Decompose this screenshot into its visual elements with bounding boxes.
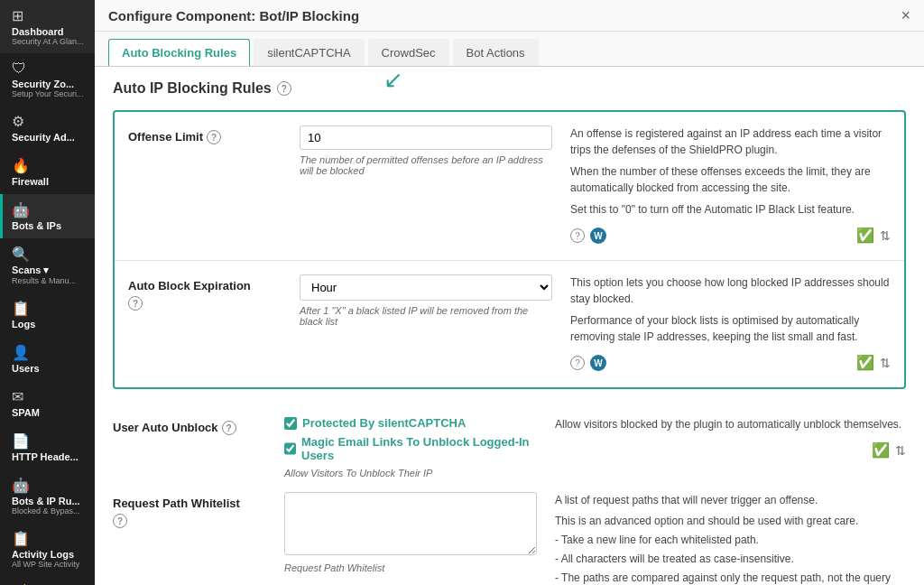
magic-email-links-checkbox[interactable] <box>284 442 296 455</box>
protected-silentcaptcha-checkbox[interactable] <box>284 417 297 430</box>
sidebar-item-security-admin[interactable]: ⚙ Security Ad... <box>0 106 95 150</box>
sidebar-item-bots-ip-rules[interactable]: 🤖 Bots & IP Ru... Blocked & Bypas... <box>0 469 95 523</box>
sidebar-item-security-zones[interactable]: 🛡 Security Zo... Setup Your Securi... <box>0 53 95 106</box>
user-auto-unblock-help-icon[interactable]: ? <box>222 421 236 435</box>
offense-help-icon2[interactable]: ? <box>570 228 585 243</box>
auto-block-desc-main: This option lets you choose how long blo… <box>570 274 891 307</box>
sidebar-item-label: Activity Logs <box>12 549 86 560</box>
offense-limit-note: The number of permitted offenses before … <box>300 154 552 176</box>
auto-block-wp-icon[interactable]: W <box>590 355 606 371</box>
http-icon: 📄 <box>12 432 86 450</box>
offense-sort-icon[interactable]: ⇅ <box>880 227 891 246</box>
spam-icon: ✉ <box>12 388 86 405</box>
auto-block-note: After 1 "X" a black listed IP will be re… <box>300 305 552 327</box>
sidebar-item-label: Firewall <box>12 176 86 187</box>
logs-icon: 📋 <box>12 300 86 317</box>
offense-limit-desc: An offense is registered against an IP a… <box>570 125 891 246</box>
offense-wp-icon[interactable]: W <box>590 228 606 244</box>
auto-block-help-icon[interactable]: ? <box>128 296 143 311</box>
offense-limit-help-icon[interactable]: ? <box>207 130 221 144</box>
rule-block: Offense Limit ? The number of permitted … <box>113 110 906 389</box>
sidebar-item-label: Bots & IP Ru... <box>12 496 86 506</box>
gear-icon: ⚙ <box>12 113 86 130</box>
sidebar-item-http-headers[interactable]: 📄 HTTP Heade... <box>0 425 95 469</box>
tab-silentcaptcha[interactable]: silentCAPTCHA <box>254 39 364 66</box>
user-auto-unblock-desc: Allow visitors blocked by the plugin to … <box>555 416 906 461</box>
close-button[interactable]: × <box>901 7 910 23</box>
sidebar-item-bots-ips[interactable]: 🤖 Bots & IPs <box>0 194 95 238</box>
auto-block-desc-detail: Performance of your block lists is optim… <box>570 312 891 345</box>
sidebar-item-label: HTTP Heade... <box>12 451 86 462</box>
request-path-desc-line3: - All characters will be treated as case… <box>555 551 906 567</box>
user-auto-unblock-desc-main: Allow visitors blocked by the plugin to … <box>555 416 906 432</box>
auto-block-check-icon: ✅ <box>856 352 874 374</box>
offense-limit-desc-note: Set this to "0" to turn off the Automati… <box>570 201 891 218</box>
request-path-whitelist-help-icon[interactable]: ? <box>113 514 127 528</box>
offense-limit-desc-main: An offense is registered against an IP a… <box>570 125 891 158</box>
offense-check-icon: ✅ <box>856 225 874 246</box>
request-path-whitelist-note: Request Path Whitelist <box>284 562 537 573</box>
sidebar-item-scans[interactable]: 🔍 Scans ▾ Results & Manu... <box>0 238 95 292</box>
sidebar-item-label: Security Zo... <box>12 79 86 89</box>
auto-block-icons: ? W ✅ ⇅ <box>570 352 891 374</box>
sidebar-item-firewall[interactable]: 🔥 Firewall <box>0 150 95 194</box>
auto-block-expiration-row: Auto Block Expiration ? Hour 6 Hours 12 … <box>115 261 904 387</box>
sidebar-item-spam[interactable]: ✉ SPAM <box>0 381 95 425</box>
user-auto-unblock-checkbox2-row: Magic Email Links To Unblock Logged-In U… <box>284 435 537 462</box>
request-path-whitelist-desc: A list of request paths that will never … <box>555 492 906 585</box>
user-auto-unblock-input-col: Protected By silentCAPTCHA Magic Email L… <box>284 416 555 478</box>
tabs-bar: Auto Blocking Rules silentCAPTCHA CrowdS… <box>95 32 924 67</box>
sidebar-item-label: Bots & IPs <box>12 220 86 231</box>
tab-content: Auto IP Blocking Rules ? Offense Limit ?… <box>95 67 924 585</box>
section-title: Auto IP Blocking Rules ? <box>113 80 906 97</box>
sidebar-item-dashboard[interactable]: ⊞ Dashboard Security At A Glan... <box>0 0 95 53</box>
request-path-desc-main: A list of request paths that will never … <box>555 492 906 508</box>
request-path-whitelist-textarea[interactable] <box>284 492 537 555</box>
user-auto-unblock-note: Allow Visitors To Unblock Their IP <box>284 468 537 478</box>
modal-header: Configure Component: Bot/IP Blocking × <box>95 0 924 32</box>
user-auto-unblock-check-icon: ✅ <box>872 440 890 461</box>
auto-block-expiration-select[interactable]: Hour 6 Hours 12 Hours Day Week Month Per… <box>300 274 552 301</box>
request-path-whitelist-input-col: Request Path Whitelist <box>284 492 555 573</box>
auto-block-expiration-label: Auto Block Expiration ? <box>128 274 300 311</box>
sidebar-item-sub: Security At A Glan... <box>12 37 86 46</box>
main-content: Configure Component: Bot/IP Blocking × A… <box>95 0 924 585</box>
activity-icon: 📋 <box>12 530 86 547</box>
modal-title: Configure Component: Bot/IP Blocking <box>108 8 359 23</box>
sidebar-item-activity-logs[interactable]: 📋 Activity Logs All WP Site Activity <box>0 523 95 576</box>
magic-email-links-label: Magic Email Links To Unblock Logged-In U… <box>301 435 537 462</box>
sidebar-item-label: Dashboard <box>12 26 86 37</box>
auto-block-sort-icon[interactable]: ⇅ <box>880 354 891 373</box>
sidebar-item-custom-rules[interactable]: ⚡ Custom Rule... Custom Security R... <box>0 576 95 585</box>
dashboard-icon: ⊞ <box>12 7 86 24</box>
offense-limit-input-col: The number of permitted offenses before … <box>300 125 570 176</box>
tab-auto-blocking-rules[interactable]: Auto Blocking Rules <box>108 39 250 66</box>
sidebar: ⊞ Dashboard Security At A Glan... 🛡 Secu… <box>0 0 95 585</box>
user-auto-unblock-icons: ✅ ⇅ <box>555 440 906 461</box>
sidebar-item-label: Security Ad... <box>12 132 86 143</box>
user-icon: 👤 <box>12 344 86 361</box>
sidebar-item-logs[interactable]: 📋 Logs <box>0 292 95 337</box>
bot-icon: 🤖 <box>12 201 86 218</box>
protected-silentcaptcha-label: Protected By silentCAPTCHA <box>302 416 466 430</box>
bot-rules-icon: 🤖 <box>12 477 86 494</box>
request-path-whitelist-row: Request Path Whitelist ? Request Path Wh… <box>113 492 906 585</box>
user-auto-unblock-sort-icon[interactable]: ⇅ <box>895 441 906 460</box>
sidebar-item-sub: Results & Manu... <box>12 276 86 285</box>
request-path-desc-line1: This is an advanced option and should be… <box>555 513 906 529</box>
tab-crowdsec[interactable]: CrowdSec <box>368 39 449 66</box>
user-auto-unblock-checkbox1-row: Protected By silentCAPTCHA <box>284 416 537 430</box>
request-path-whitelist-label: Request Path Whitelist ? <box>113 492 284 528</box>
auto-block-expiration-desc: This option lets you choose how long blo… <box>570 274 891 374</box>
request-path-desc-line4: - The paths are compared against only th… <box>555 570 906 585</box>
auto-block-help-icon2[interactable]: ? <box>570 356 585 370</box>
auto-block-expiration-input-col: Hour 6 Hours 12 Hours Day Week Month Per… <box>300 274 570 327</box>
tab-bot-actions[interactable]: Bot Actions <box>453 39 539 66</box>
scan-icon: 🔍 <box>12 246 86 263</box>
offense-limit-input[interactable] <box>300 125 552 150</box>
section-help-icon[interactable]: ? <box>277 81 291 96</box>
offense-limit-icons: ? W ✅ ⇅ <box>570 225 891 246</box>
firewall-icon: 🔥 <box>12 157 86 174</box>
shield-icon: 🛡 <box>12 60 86 77</box>
sidebar-item-users[interactable]: 👤 Users <box>0 337 95 381</box>
